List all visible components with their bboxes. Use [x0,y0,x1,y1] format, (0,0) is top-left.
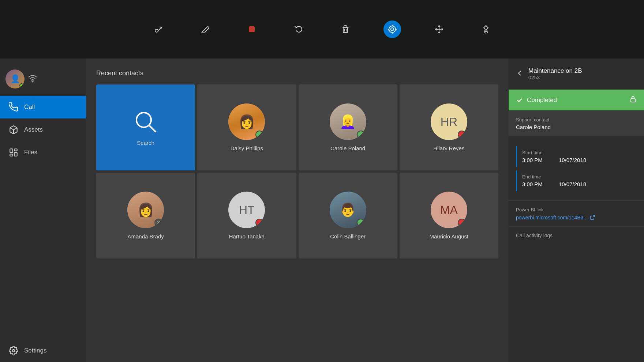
hartuo-tanaka-name: Hartuo Tanaka [229,233,265,240]
end-date-value: 10/07/2018 [559,181,586,187]
back-button[interactable] [516,69,523,79]
hartuo-status-dot [255,219,263,227]
lock-icon [629,95,637,105]
svg-rect-27 [631,99,635,102]
pin-toolbar-icon[interactable] [477,20,495,38]
carole-poland-avatar: 👱‍♀️ [330,103,366,140]
call-activity-label: Call activity logs [516,233,553,238]
start-time-value: 3:00 PM [522,157,551,163]
end-time-value: 3:00 PM [522,181,551,187]
start-time-label: Start time [522,150,548,155]
power-bi-section: Power BI link powerbi.microsoft.com/114B… [509,201,644,226]
panel-header: Maintenance on 2B 0253 [509,59,644,90]
svg-line-1 [158,27,162,31]
right-panel: Maintenance on 2B 0253 Completed Support… [509,59,644,362]
svg-line-26 [149,125,156,132]
mauricio-august-name: Mauricio August [430,233,469,240]
undo-toolbar-icon[interactable] [290,20,307,38]
svg-point-24 [12,350,15,352]
back-toolbar-icon[interactable] [149,20,167,38]
svg-rect-21 [14,149,17,151]
power-bi-link-text: powerbi.microsoft.com/114B3... [516,215,588,220]
svg-point-9 [389,26,396,33]
user-avatar: 👤 [5,69,25,88]
call-nav-label: Call [24,103,35,111]
power-bi-link[interactable]: powerbi.microsoft.com/114B3... [516,215,637,220]
contact-card-hartuo-tanaka[interactable]: HT Hartuo Tanaka [197,173,296,259]
carole-poland-name: Carole Poland [330,145,365,151]
main-layout: 👤 Call As [0,59,644,362]
amanda-status-dot: ✕ [154,219,162,227]
svg-rect-5 [249,26,255,32]
stop-toolbar-icon[interactable] [243,20,261,38]
colin-ballinger-avatar: 👨 [330,192,366,228]
contact-card-colin-ballinger[interactable]: 👨 Colin Ballinger [299,173,397,259]
hilary-status-dot [458,131,466,139]
contact-area: Recent contacts Search 👩 Daisy Phillips [86,59,509,362]
completed-label-area: Completed [516,97,557,104]
panel-title: Maintenance on 2B 0253 [528,67,582,80]
svg-point-0 [155,29,158,32]
target-toolbar-icon[interactable] [383,20,401,38]
contact-card-daisy-phillips[interactable]: 👩 Daisy Phillips [197,84,296,170]
support-contact-value: Carole Poland [516,124,637,130]
power-bi-label: Power BI link [516,207,637,212]
hartuo-tanaka-avatar: HT [228,192,265,228]
toolbar [0,0,644,59]
sidebar: 👤 Call As [0,59,86,362]
panel-title-text: Maintenance on 2B [528,67,582,75]
contacts-grid: Search 👩 Daisy Phillips 👱‍♀️ Carole Pola… [96,84,498,259]
settings-nav-label: Settings [24,347,46,354]
support-contact-section: Support contact Carole Poland [509,111,644,136]
start-time-block: Start time 3:00 PM 10/07/2018 [516,146,637,167]
support-contact-label: Support contact [516,117,637,122]
time-section: Start time 3:00 PM 10/07/2018 End time 3… [509,137,644,201]
hilary-reyes-avatar: HR [431,103,467,140]
svg-rect-6 [343,27,348,33]
amanda-brady-name: Amanda Brady [128,233,164,240]
mauricio-august-avatar: MA [431,192,467,228]
contact-card-carole-poland[interactable]: 👱‍♀️ Carole Poland [299,84,397,170]
search-card[interactable]: Search [96,84,195,170]
sidebar-item-call[interactable]: Call [0,96,86,118]
contact-card-mauricio-august[interactable]: MA Mauricio August [400,173,498,259]
svg-rect-22 [14,152,17,156]
end-time-label: End time [522,174,548,180]
section-title: Recent contacts [96,69,498,77]
completed-text: Completed [527,97,557,104]
start-date-value: 10/07/2018 [559,157,586,163]
files-nav-label: Files [24,149,37,156]
pen-toolbar-icon[interactable] [196,20,214,38]
sidebar-item-settings[interactable]: Settings [0,339,86,362]
svg-rect-20 [10,149,13,152]
sidebar-item-assets[interactable]: Assets [0,118,86,141]
colin-status-dot [357,219,365,227]
daisy-phillips-name: Daisy Phillips [231,145,263,151]
sidebar-item-files[interactable]: Files [0,141,86,164]
colin-ballinger-name: Colin Ballinger [330,233,366,240]
contact-card-amanda-brady[interactable]: 👩 ✕ Amanda Brady [96,173,195,259]
user-area: 👤 [0,62,86,96]
end-time-block: End time 3:00 PM 10/07/2018 [516,170,637,191]
panel-subtitle-text: 0253 [528,75,582,80]
svg-rect-23 [10,154,13,156]
amanda-brady-avatar: 👩 ✕ [127,192,164,228]
svg-point-18 [32,81,33,82]
completed-bar: Completed [509,90,644,110]
mauricio-status-dot [458,219,466,227]
daisy-phillips-avatar: 👩 [228,103,265,140]
hilary-reyes-name: Hilary Reyes [433,145,464,151]
move-toolbar-icon[interactable] [430,20,448,38]
online-indicator [19,83,24,88]
delete-toolbar-icon[interactable] [337,20,354,38]
contact-card-hilary-reyes[interactable]: HR Hilary Reyes [400,84,498,170]
connection-icon [28,74,37,84]
carole-status-dot [357,131,365,139]
search-label: Search [137,140,154,146]
assets-nav-label: Assets [24,126,43,133]
svg-point-10 [391,28,394,31]
daisy-status-dot [255,131,263,139]
call-activity-logs: Call activity logs [509,226,644,244]
